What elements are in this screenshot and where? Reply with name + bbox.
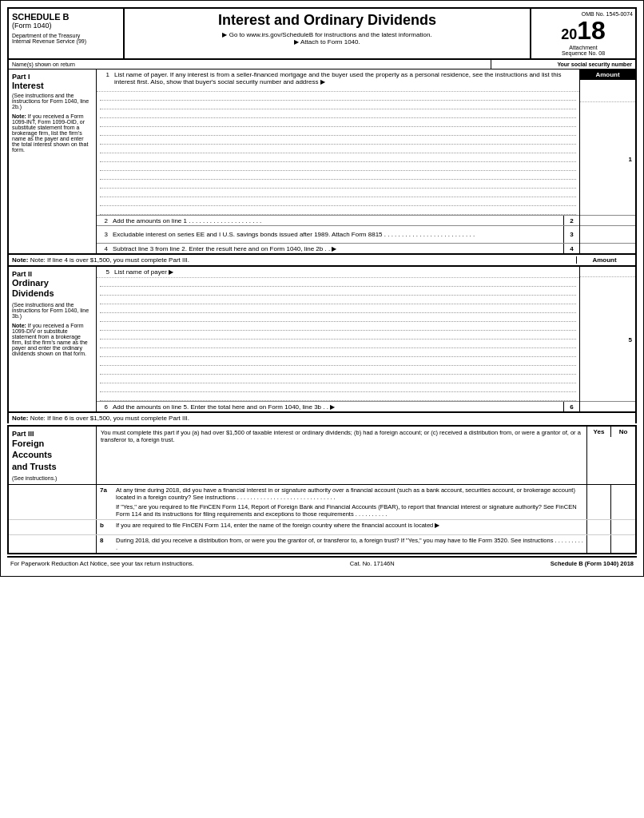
part3-line7a-row: 7a At any time during 2018, did you have…: [9, 485, 635, 520]
attachment-label: Attachment: [534, 45, 633, 50]
part2-main-row: Part II Ordinary Dividends (See instruct…: [9, 267, 635, 411]
line4-num: 4: [97, 245, 109, 252]
part2-dotted-12[interactable]: [100, 375, 576, 383]
part3-line7b-left: [9, 520, 97, 534]
part3-line7a-left: [9, 485, 97, 519]
part2-label: Part II: [12, 270, 93, 278]
part1-line3-row: 3 Excludable interest on series EE and I…: [97, 225, 579, 243]
sequence-label: Sequence No. 08: [534, 50, 633, 56]
part1-dotted-3[interactable]: [100, 109, 576, 118]
part3-intro-text: You must complete this part if you (a) h…: [97, 427, 586, 484]
part1-dotted-10[interactable]: [100, 171, 576, 180]
part2-dotted-7[interactable]: [100, 331, 576, 340]
line8-text: During 2018, did you receive a distribut…: [116, 537, 583, 551]
part2-dotted-3[interactable]: [100, 296, 576, 304]
header-center: Interest and Ordinary Dividends ▶ Go to …: [125, 9, 531, 58]
line5-text: List name of payer ▶: [111, 268, 578, 276]
header-right: OMB No. 1545-0074 2018 Attachment Sequen…: [531, 9, 635, 58]
line4-amount[interactable]: [580, 243, 635, 253]
part2-dotted-4[interactable]: [100, 304, 576, 313]
part2-dotted-10[interactable]: [100, 357, 576, 366]
note-line4-text: Note: If line 4 is over $1,500, you must…: [30, 256, 189, 264]
line7a-yes-box[interactable]: [587, 485, 611, 519]
part2-dotted-2[interactable]: [100, 287, 576, 296]
line7b-text: If you are required to file FinCEN Form …: [116, 522, 583, 529]
part3-8-text-row: 8 During 2018, did you receive a distrib…: [100, 537, 583, 551]
instruction-line1: ▶ Go to www.irs.gov/ScheduleB for instru…: [128, 31, 527, 38]
part2-title-2: Dividends: [12, 288, 93, 299]
part2-dotted-6[interactable]: [100, 322, 576, 331]
part3-line8-yes-no: [586, 535, 635, 553]
dept-line2: Internal Revenue Service (99): [12, 38, 120, 44]
name-label: Name(s) shown on return: [9, 60, 491, 69]
line7a-no-box[interactable]: [611, 485, 635, 519]
part2-dotted-1[interactable]: [100, 278, 576, 287]
part1-title: Interest: [12, 81, 93, 90]
part1-line4-row: 4 Subtract line 3 from line 2. Enter the…: [97, 243, 579, 253]
part2-dotted-11[interactable]: [100, 366, 576, 375]
part2-dotted-14[interactable]: [100, 392, 576, 401]
part1-dotted-9[interactable]: [100, 162, 576, 171]
part2-section: Part II Ordinary Dividends (See instruct…: [7, 265, 637, 423]
line3-amount[interactable]: [580, 225, 635, 243]
part2-amount-col: 5: [579, 267, 635, 411]
part1-dotted-8[interactable]: [100, 153, 576, 162]
line6-amount[interactable]: [580, 401, 635, 411]
part1-label: Part I: [12, 73, 93, 81]
footer-left: For Paperwork Reduction Act Notice, see …: [10, 560, 194, 567]
line7a-text: At any time during 2018, did you have a …: [116, 486, 583, 501]
no-header: No: [611, 427, 635, 437]
part1-dotted-12[interactable]: [100, 189, 576, 197]
part1-note: Note: If you received a Form 1099-INT, F…: [12, 113, 93, 153]
line2-amount[interactable]: [580, 215, 635, 225]
part3-header-row: Part III Foreign Accounts and Trusts (Se…: [9, 427, 635, 485]
part2-title-1: Ordinary: [12, 278, 93, 288]
part3-line7b-yes-no: [586, 520, 635, 534]
part2-dotted-5[interactable]: [100, 313, 576, 322]
footer: For Paperwork Reduction Act Notice, see …: [7, 556, 637, 570]
part1-note-text: If you received a Form 1099-INT, Form 10…: [12, 113, 88, 153]
part1-note-row: Note: Note: If line 4 is over $1,500, yo…: [9, 253, 635, 265]
part2-dotted-9[interactable]: [100, 348, 576, 357]
line8-no-box[interactable]: [611, 535, 635, 553]
part3-7b-text-row: b If you are required to file FinCEN For…: [100, 522, 583, 529]
line1-num: 1: [98, 71, 111, 89]
note-line6-text: Note: If line 6 is over $1,500, you must…: [30, 415, 189, 422]
part1-amount-area: 1: [580, 102, 635, 215]
part1-dotted-11[interactable]: [100, 180, 576, 189]
line5-num: 5: [98, 268, 111, 276]
part1-dotted-14[interactable]: [100, 206, 576, 215]
part2-title: Ordinary Dividends: [12, 278, 93, 299]
footer-center: Cat. No. 17146N: [350, 560, 395, 567]
part1-dotted-5[interactable]: [100, 127, 576, 136]
part1-dotted-4[interactable]: [100, 118, 576, 127]
part2-dotted-13[interactable]: [100, 383, 576, 392]
part1-section: Part I Interest (See instructions and th…: [7, 69, 637, 265]
line6-right-num: 6: [563, 402, 579, 411]
part3-title-1: Foreign: [12, 438, 93, 449]
part1-dotted-2[interactable]: [100, 101, 576, 109]
part3-line7b-content: b If you are required to file FinCEN For…: [97, 520, 586, 534]
part3-line7b-row: b If you are required to file FinCEN For…: [9, 520, 635, 535]
part2-input-lines: [97, 278, 579, 401]
line1-indicator: 1: [629, 155, 632, 162]
part2-amount-area: 5: [580, 277, 635, 401]
part1-dotted-6[interactable]: [100, 136, 576, 145]
part1-dotted-7[interactable]: [100, 145, 576, 153]
form-1040-label: (Form 1040): [12, 22, 120, 30]
part3-section: Part III Foreign Accounts and Trusts (Se…: [7, 425, 637, 554]
part1-dotted-1[interactable]: [100, 92, 576, 101]
part2-note-line6: Note: Note: If line 6 is over $1,500, yo…: [12, 415, 632, 422]
line4-right-num: 4: [563, 244, 579, 253]
line2-right-num: 2: [563, 216, 579, 225]
part2-dotted-8[interactable]: [100, 340, 576, 348]
line8-yes-box[interactable]: [587, 535, 611, 553]
footer-right: Schedule B (Form 1040) 2018: [551, 560, 634, 567]
part3-line8-left: [9, 535, 97, 553]
part3-title-3: and Trusts: [12, 461, 93, 472]
part3-label-col: Part III Foreign Accounts and Trusts (Se…: [9, 427, 97, 484]
part1-dotted-13[interactable]: [100, 197, 576, 206]
part3-see-instructions: (See instructions.): [12, 475, 93, 481]
part1-amount-header: Amount: [580, 69, 635, 80]
year-display: 2018: [534, 17, 633, 45]
